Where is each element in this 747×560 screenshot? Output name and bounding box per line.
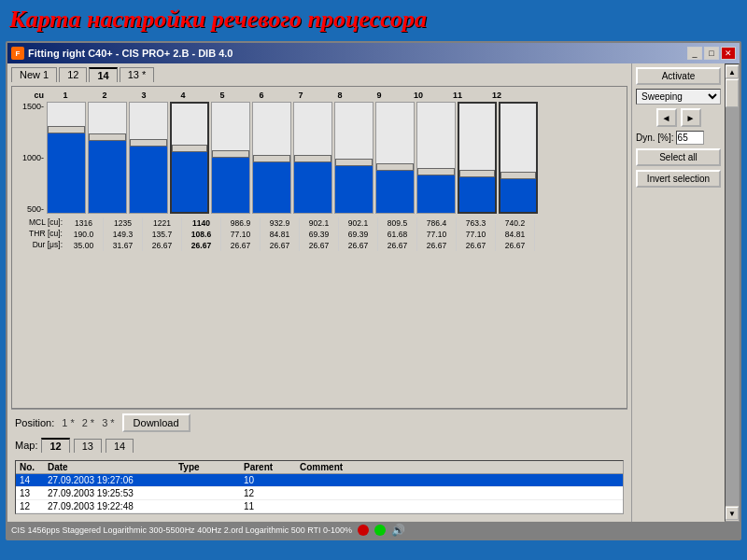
- ch3-header: 3: [124, 91, 163, 100]
- ch12-header: 12: [477, 91, 516, 100]
- thr-7: 69.39: [300, 229, 339, 240]
- slider-ch5[interactable]: [211, 102, 250, 214]
- log-table: No. Date Type Parent Comment 14 27.09.20…: [15, 460, 624, 514]
- dyn-input[interactable]: [676, 131, 704, 145]
- slider-ch8[interactable]: [334, 102, 374, 214]
- tabs-row: New 1 12 14 13 *: [11, 67, 627, 82]
- title-bar-left: F Fitting right C40+ - CIS PRO+ 2.B - DI…: [11, 47, 233, 60]
- scroll-up-arrow[interactable]: ▲: [726, 65, 739, 78]
- mcl-9: 809.5: [378, 217, 417, 229]
- log-row-12[interactable]: 12 27.09.2003 19:22:48 11: [16, 500, 623, 513]
- dur-8: 26.67: [339, 240, 378, 251]
- scrollbar-track[interactable]: [726, 79, 739, 506]
- slider-ch1[interactable]: [47, 102, 86, 214]
- select-all-button[interactable]: Select all: [636, 148, 721, 166]
- log-row-13[interactable]: 13 27.09.2003 19:25:53 12: [16, 487, 623, 500]
- tab-12[interactable]: 12: [59, 67, 87, 82]
- log-date-12: 27.09.2003 19:22:48: [48, 501, 178, 511]
- content-area: New 1 12 14 13 * cu 1 2 3 4 5 6 7 8: [7, 63, 740, 522]
- ch1-header: 1: [46, 91, 85, 100]
- rewind-button[interactable]: ◄: [656, 108, 677, 127]
- status-green-circle: [374, 525, 386, 536]
- dur-11: 26.67: [457, 240, 496, 251]
- log-no-13: 13: [20, 488, 48, 498]
- dur-row: Dur [μs]: 35.00 31.67 26.67 26.67 26.67 …: [16, 240, 623, 251]
- channel-headers: cu 1 2 3 4 5 6 7 8 9 10 11 12: [16, 91, 623, 100]
- slider-ch3[interactable]: [129, 102, 168, 214]
- thr-row: THR [cu]: 190.0 149.3 135.7 108.6 77.10 …: [16, 229, 623, 240]
- scrollbar-right[interactable]: ▲ ▼: [725, 63, 740, 522]
- log-header: No. Date Type Parent Comment: [16, 461, 623, 474]
- sweep-select[interactable]: Sweeping: [636, 89, 721, 105]
- app-icon: F: [11, 47, 24, 60]
- slider-ch4[interactable]: [170, 102, 209, 214]
- dur-12: 26.67: [496, 240, 535, 251]
- thr-8: 69.39: [339, 229, 378, 240]
- dur-4: 26.67: [182, 240, 221, 251]
- mcl-12: 740.2: [496, 217, 535, 229]
- log-type-13: [178, 488, 244, 498]
- position-2[interactable]: 2 *: [82, 417, 94, 428]
- thr-10: 77.10: [417, 229, 457, 240]
- bottom-section: Position: 1 * 2 * 3 * Download Map: 12 1…: [11, 409, 627, 456]
- thr-1: 190.0: [64, 229, 104, 240]
- position-row: Position: 1 * 2 * 3 * Download: [15, 413, 624, 432]
- log-no-14: 14: [20, 475, 48, 485]
- ch6-header: 6: [242, 91, 281, 100]
- status-red-circle: [358, 525, 369, 536]
- page-title: Карта настройки речевого процессора: [0, 0, 747, 39]
- thr-2: 149.3: [104, 229, 143, 240]
- map-tab-13[interactable]: 13: [74, 439, 102, 453]
- slider-ch7[interactable]: [293, 102, 332, 214]
- invert-selection-button[interactable]: Invert selection: [636, 170, 721, 188]
- scroll-down-arrow[interactable]: ▼: [726, 507, 739, 520]
- log-row-14[interactable]: 14 27.09.2003 19:27:06 10: [16, 474, 623, 487]
- mcl-5: 986.9: [221, 217, 261, 229]
- log-comment-14: [300, 475, 619, 485]
- slider-ch2[interactable]: [88, 102, 127, 214]
- dur-10: 26.67: [417, 240, 457, 251]
- dur-5: 26.67: [221, 240, 261, 251]
- title-bar-buttons: _ □ ✕: [687, 47, 736, 60]
- tab-13[interactable]: 13 *: [120, 67, 155, 82]
- dur-9: 26.67: [378, 240, 417, 251]
- mcl-2: 1235: [104, 217, 143, 229]
- log-comment-12: [300, 501, 619, 511]
- scrollbar-thumb[interactable]: [726, 79, 739, 107]
- close-button[interactable]: ✕: [721, 47, 736, 60]
- log-date-14: 27.09.2003 19:27:06: [48, 475, 178, 485]
- mcl-7: 902.1: [300, 217, 339, 229]
- mcl-8: 902.1: [339, 217, 378, 229]
- right-panel: Activate Sweeping ◄ ► Dyn. [%]: Select a…: [631, 63, 725, 522]
- mcl-4: 1140: [182, 217, 221, 229]
- tab-new1[interactable]: New 1: [11, 67, 57, 82]
- ch2-header: 2: [85, 91, 124, 100]
- y-label-1500: 1500-: [16, 102, 44, 111]
- position-3[interactable]: 3 *: [102, 417, 114, 428]
- position-1[interactable]: 1 *: [62, 417, 74, 428]
- maximize-button[interactable]: □: [704, 47, 719, 60]
- map-tab-14[interactable]: 14: [106, 439, 134, 453]
- thr-6: 84.81: [261, 229, 300, 240]
- slider-ch12[interactable]: [499, 102, 538, 214]
- map-row: Map: 12 13 14: [15, 438, 624, 453]
- ch4-header: 4: [163, 91, 203, 100]
- slider-ch9[interactable]: [375, 102, 415, 214]
- tab-14[interactable]: 14: [89, 67, 117, 82]
- activate-button[interactable]: Activate: [636, 67, 721, 85]
- slider-ch6[interactable]: [252, 102, 291, 214]
- log-col-parent: Parent: [244, 462, 300, 472]
- dyn-row: Dyn. [%]:: [636, 131, 721, 145]
- download-button[interactable]: Download: [122, 413, 190, 432]
- minimize-button[interactable]: _: [687, 47, 702, 60]
- log-col-type: Type: [178, 462, 244, 472]
- log-no-12: 12: [20, 501, 48, 511]
- ch11-header: 11: [438, 91, 477, 100]
- slider-ch11[interactable]: [458, 102, 497, 214]
- map-tab-12[interactable]: 12: [41, 438, 69, 453]
- slider-ch10[interactable]: [416, 102, 456, 214]
- mcl-6: 932.9: [261, 217, 300, 229]
- play-row: ◄ ►: [636, 108, 721, 127]
- thr-5: 77.10: [221, 229, 261, 240]
- play-button[interactable]: ►: [681, 108, 701, 127]
